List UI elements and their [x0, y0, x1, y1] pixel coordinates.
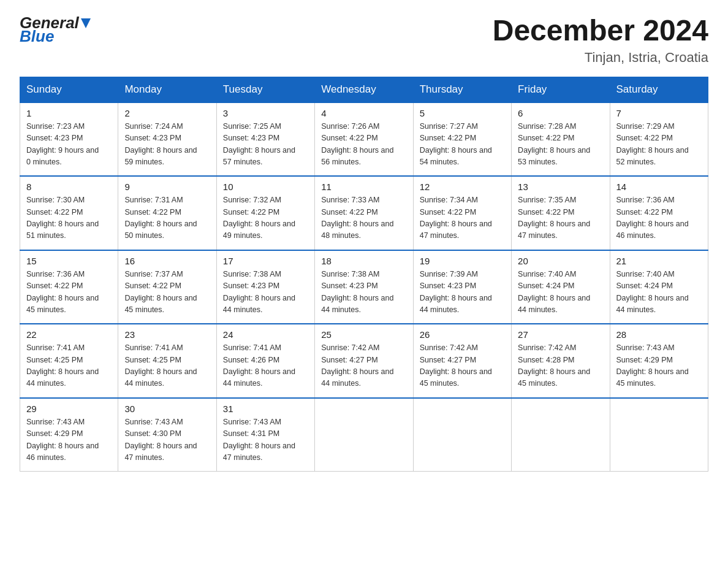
day-number: 9: [124, 182, 210, 192]
logo-triangle-icon: [81, 18, 91, 30]
calendar-cell: 24Sunrise: 7:41 AMSunset: 4:26 PMDayligh…: [216, 324, 314, 398]
calendar-cell: 3Sunrise: 7:25 AMSunset: 4:23 PMDaylight…: [216, 102, 314, 177]
day-info: Sunrise: 7:41 AMSunset: 4:26 PMDaylight:…: [223, 343, 295, 388]
calendar-cell: 20Sunrise: 7:40 AMSunset: 4:24 PMDayligh…: [512, 250, 610, 324]
calendar-header-row: SundayMondayTuesdayWednesdayThursdayFrid…: [20, 77, 708, 102]
day-number: 24: [223, 329, 308, 340]
day-info: Sunrise: 7:43 AMSunset: 4:30 PMDaylight:…: [124, 418, 197, 462]
calendar-cell: 28Sunrise: 7:43 AMSunset: 4:29 PMDayligh…: [610, 324, 708, 398]
col-header-saturday: Saturday: [610, 77, 708, 102]
title-area: December 2024 Tinjan, Istria, Croatia: [493, 15, 708, 66]
day-info: Sunrise: 7:34 AMSunset: 4:22 PMDaylight:…: [420, 196, 492, 240]
calendar-cell: 30Sunrise: 7:43 AMSunset: 4:30 PMDayligh…: [118, 398, 216, 472]
day-number: 14: [616, 182, 702, 192]
calendar-cell: 15Sunrise: 7:36 AMSunset: 4:22 PMDayligh…: [20, 250, 118, 324]
calendar-cell: 19Sunrise: 7:39 AMSunset: 4:23 PMDayligh…: [413, 250, 511, 324]
calendar-cell: 5Sunrise: 7:27 AMSunset: 4:22 PMDaylight…: [413, 102, 511, 177]
day-number: 30: [124, 404, 210, 414]
day-info: Sunrise: 7:35 AMSunset: 4:22 PMDaylight:…: [518, 196, 590, 240]
day-info: Sunrise: 7:33 AMSunset: 4:22 PMDaylight:…: [321, 196, 393, 240]
day-number: 31: [223, 404, 308, 414]
day-number: 2: [124, 108, 210, 118]
day-info: Sunrise: 7:43 AMSunset: 4:29 PMDaylight:…: [616, 343, 689, 388]
day-info: Sunrise: 7:26 AMSunset: 4:22 PMDaylight:…: [321, 122, 393, 166]
calendar-cell: 27Sunrise: 7:42 AMSunset: 4:28 PMDayligh…: [512, 324, 610, 398]
day-number: 6: [518, 108, 603, 118]
day-number: 28: [616, 329, 702, 340]
calendar-cell: 18Sunrise: 7:38 AMSunset: 4:23 PMDayligh…: [315, 250, 413, 324]
calendar-cell: 22Sunrise: 7:41 AMSunset: 4:25 PMDayligh…: [20, 324, 118, 398]
day-info: Sunrise: 7:41 AMSunset: 4:25 PMDaylight:…: [124, 343, 197, 388]
day-info: Sunrise: 7:42 AMSunset: 4:28 PMDaylight:…: [518, 343, 590, 388]
calendar-week-row: 8Sunrise: 7:30 AMSunset: 4:22 PMDaylight…: [20, 176, 708, 250]
calendar-cell: 17Sunrise: 7:38 AMSunset: 4:23 PMDayligh…: [216, 250, 314, 324]
col-header-sunday: Sunday: [20, 77, 118, 102]
calendar-cell: [413, 398, 511, 472]
day-info: Sunrise: 7:37 AMSunset: 4:22 PMDaylight:…: [124, 270, 197, 314]
logo-blue-text: Blue: [20, 28, 91, 44]
calendar-cell: 29Sunrise: 7:43 AMSunset: 4:29 PMDayligh…: [20, 398, 118, 472]
calendar-cell: 8Sunrise: 7:30 AMSunset: 4:22 PMDaylight…: [20, 176, 118, 250]
calendar-cell: 14Sunrise: 7:36 AMSunset: 4:22 PMDayligh…: [610, 176, 708, 250]
day-number: 15: [26, 256, 112, 266]
day-number: 1: [26, 108, 112, 118]
day-number: 3: [223, 108, 308, 118]
calendar-cell: 7Sunrise: 7:29 AMSunset: 4:22 PMDaylight…: [610, 102, 708, 177]
day-info: Sunrise: 7:36 AMSunset: 4:22 PMDaylight:…: [616, 196, 689, 240]
calendar-cell: 31Sunrise: 7:43 AMSunset: 4:31 PMDayligh…: [216, 398, 314, 472]
day-info: Sunrise: 7:31 AMSunset: 4:22 PMDaylight:…: [124, 196, 197, 240]
day-number: 5: [420, 108, 505, 118]
calendar-cell: [610, 398, 708, 472]
day-info: Sunrise: 7:43 AMSunset: 4:29 PMDaylight:…: [26, 418, 99, 462]
day-number: 23: [124, 329, 210, 340]
day-info: Sunrise: 7:28 AMSunset: 4:22 PMDaylight:…: [518, 122, 590, 166]
svg-marker-0: [81, 18, 91, 28]
day-number: 18: [321, 256, 406, 266]
calendar-cell: 23Sunrise: 7:41 AMSunset: 4:25 PMDayligh…: [118, 324, 216, 398]
day-number: 27: [518, 329, 603, 340]
day-number: 25: [321, 329, 406, 340]
calendar-table: SundayMondayTuesdayWednesdayThursdayFrid…: [20, 77, 708, 472]
calendar-cell: 12Sunrise: 7:34 AMSunset: 4:22 PMDayligh…: [413, 176, 511, 250]
day-info: Sunrise: 7:27 AMSunset: 4:22 PMDaylight:…: [420, 122, 492, 166]
day-number: 26: [420, 329, 505, 340]
day-number: 8: [26, 182, 112, 192]
calendar-cell: 10Sunrise: 7:32 AMSunset: 4:22 PMDayligh…: [216, 176, 314, 250]
day-number: 13: [518, 182, 603, 192]
calendar-cell: 25Sunrise: 7:42 AMSunset: 4:27 PMDayligh…: [315, 324, 413, 398]
day-info: Sunrise: 7:42 AMSunset: 4:27 PMDaylight:…: [321, 343, 393, 388]
day-info: Sunrise: 7:41 AMSunset: 4:25 PMDaylight:…: [26, 343, 99, 388]
day-info: Sunrise: 7:38 AMSunset: 4:23 PMDaylight:…: [321, 270, 393, 314]
calendar-week-row: 1Sunrise: 7:23 AMSunset: 4:23 PMDaylight…: [20, 102, 708, 177]
day-number: 21: [616, 256, 702, 266]
calendar-cell: [315, 398, 413, 472]
day-number: 16: [124, 256, 210, 266]
day-number: 29: [26, 404, 112, 414]
calendar-cell: 4Sunrise: 7:26 AMSunset: 4:22 PMDaylight…: [315, 102, 413, 177]
col-header-wednesday: Wednesday: [315, 77, 413, 102]
calendar-cell: 16Sunrise: 7:37 AMSunset: 4:22 PMDayligh…: [118, 250, 216, 324]
calendar-cell: [512, 398, 610, 472]
day-info: Sunrise: 7:25 AMSunset: 4:23 PMDaylight:…: [223, 122, 295, 166]
day-info: Sunrise: 7:29 AMSunset: 4:22 PMDaylight:…: [616, 122, 689, 166]
page-title: December 2024: [493, 15, 708, 47]
day-info: Sunrise: 7:39 AMSunset: 4:23 PMDaylight:…: [420, 270, 492, 314]
col-header-thursday: Thursday: [413, 77, 511, 102]
calendar-cell: 21Sunrise: 7:40 AMSunset: 4:24 PMDayligh…: [610, 250, 708, 324]
logo: General Blue: [20, 15, 91, 44]
calendar-cell: 11Sunrise: 7:33 AMSunset: 4:22 PMDayligh…: [315, 176, 413, 250]
calendar-cell: 9Sunrise: 7:31 AMSunset: 4:22 PMDaylight…: [118, 176, 216, 250]
page-subtitle: Tinjan, Istria, Croatia: [493, 50, 708, 66]
day-info: Sunrise: 7:32 AMSunset: 4:22 PMDaylight:…: [223, 196, 295, 240]
day-info: Sunrise: 7:38 AMSunset: 4:23 PMDaylight:…: [223, 270, 295, 314]
day-info: Sunrise: 7:43 AMSunset: 4:31 PMDaylight:…: [223, 418, 295, 462]
calendar-week-row: 29Sunrise: 7:43 AMSunset: 4:29 PMDayligh…: [20, 398, 708, 472]
calendar-cell: 6Sunrise: 7:28 AMSunset: 4:22 PMDaylight…: [512, 102, 610, 177]
day-info: Sunrise: 7:36 AMSunset: 4:22 PMDaylight:…: [26, 270, 99, 314]
col-header-monday: Monday: [118, 77, 216, 102]
day-info: Sunrise: 7:40 AMSunset: 4:24 PMDaylight:…: [518, 270, 590, 314]
day-number: 4: [321, 108, 406, 118]
calendar-week-row: 22Sunrise: 7:41 AMSunset: 4:25 PMDayligh…: [20, 324, 708, 398]
day-info: Sunrise: 7:40 AMSunset: 4:24 PMDaylight:…: [616, 270, 689, 314]
calendar-cell: 13Sunrise: 7:35 AMSunset: 4:22 PMDayligh…: [512, 176, 610, 250]
